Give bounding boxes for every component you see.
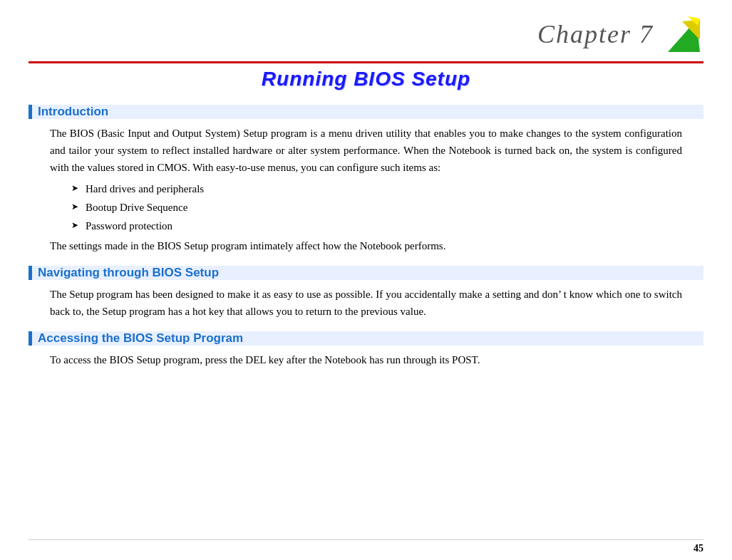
- chapter-label: Chapter 7: [537, 19, 654, 49]
- header: Chapter 7: [29, 0, 703, 61]
- footer-page-number: 45: [694, 543, 703, 554]
- section-heading-navigating: Navigating through BIOS Setup: [29, 266, 703, 280]
- chapter-logo-icon: [661, 13, 703, 56]
- list-item: Hard drives and peripherals: [71, 180, 682, 197]
- page: Chapter 7 Running BIOS Setup Introductio…: [0, 0, 732, 560]
- intro-bullet-list: Hard drives and peripherals Bootup Drive…: [71, 180, 682, 234]
- section-heading-text-navigating: Navigating through BIOS Setup: [38, 266, 219, 280]
- section-content-introduction: The BIOS (Basic Input and Output System)…: [29, 125, 703, 266]
- red-divider: [29, 61, 703, 63]
- page-title-container: Running BIOS Setup: [29, 68, 703, 90]
- section-heading-text-introduction: Introduction: [38, 105, 108, 119]
- section-heading-accessing: Accessing the BIOS Setup Program: [29, 331, 703, 346]
- section-content-accessing: To access the BIOS Setup program, press …: [29, 351, 703, 380]
- page-title: Running BIOS Setup: [262, 68, 470, 90]
- list-item: Password protection: [71, 217, 682, 234]
- accessing-paragraph-1: To access the BIOS Setup program, press …: [50, 351, 682, 368]
- navigating-paragraph-1: The Setup program has been designed to m…: [50, 286, 682, 320]
- section-heading-text-accessing: Accessing the BIOS Setup Program: [38, 331, 243, 346]
- section-heading-introduction: Introduction: [29, 105, 703, 119]
- section-content-navigating: The Setup program has been designed to m…: [29, 286, 703, 331]
- intro-paragraph-2: The settings made in the BIOS Setup prog…: [50, 237, 682, 254]
- list-item: Bootup Drive Sequence: [71, 199, 682, 216]
- footer-line: [29, 539, 703, 540]
- intro-paragraph-1: The BIOS (Basic Input and Output System)…: [50, 125, 682, 176]
